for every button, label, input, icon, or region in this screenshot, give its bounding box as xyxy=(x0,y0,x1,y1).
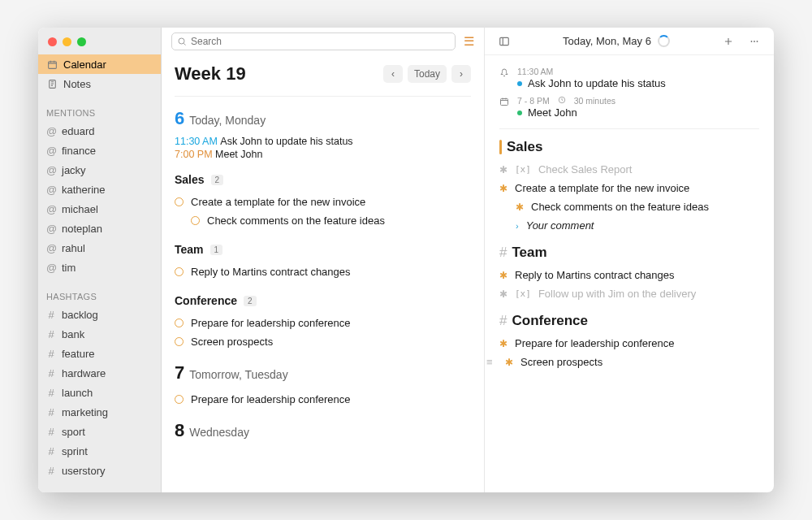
task-item-done[interactable]: ✱ [x] Follow up with Jim on the delivery xyxy=(499,284,759,303)
task-text: Check comments on the feature ideas xyxy=(207,214,385,227)
today-button[interactable]: Today xyxy=(408,65,447,83)
section-title: Conference xyxy=(175,294,237,307)
task-checkbox-icon[interactable] xyxy=(175,395,184,404)
task-checkbox-icon[interactable] xyxy=(191,216,200,225)
list-view-icon[interactable]: ☰ xyxy=(464,34,474,49)
hashtag-marketing[interactable]: # marketing xyxy=(38,402,161,422)
clock-icon xyxy=(558,96,566,106)
hashtag-feature[interactable]: # feature xyxy=(38,344,161,363)
task-text: Screen prospects xyxy=(191,336,273,348)
mention-michael[interactable]: @ michael xyxy=(38,199,161,219)
hashtag-userstory[interactable]: # userstory xyxy=(38,461,161,480)
svg-point-4 xyxy=(751,41,753,42)
task-item[interactable]: Screen prospects xyxy=(175,332,471,351)
task-checkbox-icon[interactable] xyxy=(175,337,184,346)
search-field[interactable] xyxy=(171,32,456,50)
comment-item[interactable]: › Your comment xyxy=(499,216,759,235)
app-window: Calendar Notes MENTIONS @ eduard @ finan… xyxy=(38,28,774,492)
event-title: Ask John to update his status xyxy=(528,77,666,89)
agenda-pane: ☰ Week 19 ‹ Today › 6 Today, Monday 11:3… xyxy=(162,28,485,492)
hash-icon: # xyxy=(46,406,56,418)
detail-section-header: # Team xyxy=(499,245,759,261)
comment-text: Your comment xyxy=(526,219,594,232)
section-count: 2 xyxy=(244,296,257,306)
mention-noteplan[interactable]: @ noteplan xyxy=(38,219,161,238)
task-text: Reply to Martins contract changes xyxy=(191,266,351,278)
task-text: Check Sales Report xyxy=(538,163,633,176)
event-row[interactable]: 7 - 8 PM30 minutes Meet John xyxy=(499,93,759,122)
drag-handle-icon[interactable]: ≡ xyxy=(486,356,498,368)
section-header: Sales 2 xyxy=(175,173,471,186)
hashtag-backlog[interactable]: # backlog xyxy=(38,305,161,324)
day-block: 6 Today, Monday 11:30 AM Ask John to upd… xyxy=(175,97,471,351)
sidebar-item-label: noteplan xyxy=(62,223,102,235)
task-item[interactable]: ✱ Reply to Martins contract changes xyxy=(499,266,759,284)
task-item[interactable]: Prepare for leadership conference xyxy=(175,314,471,332)
sidebar-item-label: launch xyxy=(62,387,93,399)
add-button[interactable] xyxy=(719,32,738,50)
task-checkbox-icon[interactable] xyxy=(175,318,184,327)
bell-icon xyxy=(499,67,511,80)
mention-rahul[interactable]: @ rahul xyxy=(38,238,161,258)
at-icon: @ xyxy=(46,145,56,157)
checkbox-icon: [x] xyxy=(515,164,531,175)
hash-icon: # xyxy=(46,445,56,457)
prev-week-button[interactable]: ‹ xyxy=(383,65,403,83)
section-title: Team xyxy=(175,243,204,256)
subtask-item[interactable]: ✱ Check comments on the feature ideas xyxy=(499,197,759,216)
task-text: Prepare for leadership conference xyxy=(191,317,351,329)
mention-tim[interactable]: @ tim xyxy=(38,258,161,277)
hashtag-sprint[interactable]: # sprint xyxy=(38,441,161,461)
task-item[interactable]: Prepare for leadership conference xyxy=(175,390,471,409)
day-number: 7 xyxy=(175,362,184,384)
task-item[interactable]: ✱ Prepare for leadership conference xyxy=(499,334,759,353)
mention-eduard[interactable]: @ eduard xyxy=(38,121,161,141)
mention-jacky[interactable]: @ jacky xyxy=(38,160,161,180)
day-name: Wednesday xyxy=(189,426,249,439)
section-title: Team xyxy=(512,245,546,261)
task-item[interactable]: ≡ ✱ Screen prospects xyxy=(499,353,759,371)
mention-katherine[interactable]: @ katherine xyxy=(38,180,161,199)
hashtag-bank[interactable]: # bank xyxy=(38,324,161,344)
at-icon: @ xyxy=(46,203,56,215)
timed-event[interactable]: 11:30 AM Ask John to update his status xyxy=(175,136,471,147)
hashtags-heading: HASHTAGS xyxy=(38,277,161,305)
star-icon: ✱ xyxy=(499,338,508,349)
task-checkbox-icon[interactable] xyxy=(175,267,184,276)
sidebar-item-label: feature xyxy=(62,348,94,360)
highlight-bar-icon xyxy=(499,140,502,154)
sidebar-item-notes[interactable]: Notes xyxy=(38,74,161,93)
hashtag-launch[interactable]: # launch xyxy=(38,383,161,402)
task-item[interactable]: Create a template for the new invoice xyxy=(175,193,471,211)
zoom-window[interactable] xyxy=(77,37,86,46)
task-item[interactable]: Reply to Martins contract changes xyxy=(175,262,471,281)
event-time: 7 - 8 PM xyxy=(517,96,550,106)
hash-icon: # xyxy=(46,328,56,340)
task-item[interactable]: ✱ Create a template for the new invoice xyxy=(499,179,759,197)
split-view-icon[interactable] xyxy=(495,32,514,50)
close-window[interactable] xyxy=(48,37,57,46)
next-week-button[interactable]: › xyxy=(451,65,471,83)
sidebar-item-label: tim xyxy=(62,262,76,274)
hashtag-hardware[interactable]: # hardware xyxy=(38,363,161,383)
event-time: 7:00 PM xyxy=(175,149,215,160)
task-checkbox-icon[interactable] xyxy=(175,197,184,206)
agenda-toolbar: ☰ xyxy=(162,28,484,55)
search-input[interactable] xyxy=(191,36,450,47)
sidebar-item-label: backlog xyxy=(62,309,98,321)
mention-finance[interactable]: @ finance xyxy=(38,141,161,160)
sidebar-item-label: Calendar xyxy=(63,58,106,71)
sidebar-item-calendar[interactable]: Calendar xyxy=(38,54,161,74)
sidebar-item-label: michael xyxy=(62,203,98,215)
section-count: 1 xyxy=(210,245,223,255)
task-item-done[interactable]: ✱ [x] Check Sales Report xyxy=(499,160,759,179)
hashtag-sport[interactable]: # sport xyxy=(38,422,161,441)
sidebar-item-label: rahul xyxy=(62,242,85,254)
more-button[interactable] xyxy=(745,32,764,50)
minimize-window[interactable] xyxy=(63,37,71,46)
section-header: Team 1 xyxy=(175,243,471,256)
timed-event[interactable]: 7:00 PM Meet John xyxy=(175,149,471,160)
task-item[interactable]: Check comments on the feature ideas xyxy=(175,211,471,230)
svg-point-2 xyxy=(179,38,184,44)
event-row[interactable]: 11:30 AM Ask John to update his status xyxy=(499,63,759,93)
